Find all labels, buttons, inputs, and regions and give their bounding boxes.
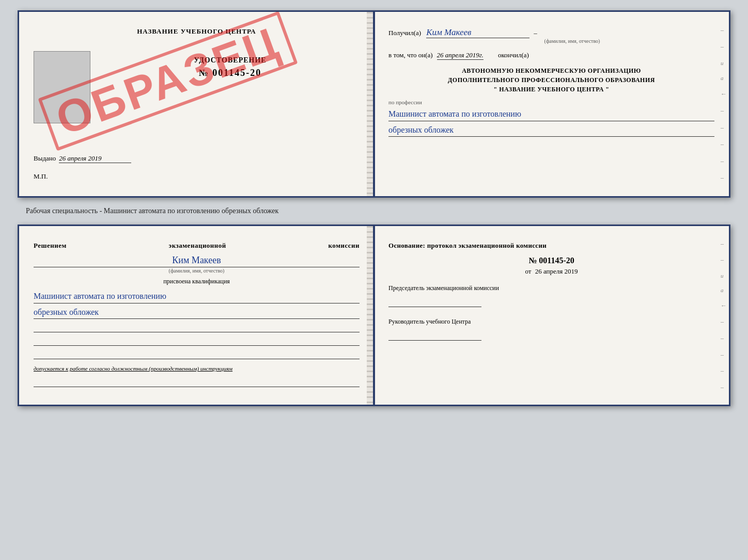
caption-text: Рабочая специальность - Машинист автомат… <box>10 207 278 215</box>
protocol-date: от 26 апреля 2019 <box>388 267 714 276</box>
document-2: Решением экзаменационной комиссии Ким Ма… <box>18 225 730 406</box>
profession-label: по профессии <box>388 99 714 105</box>
person-block: Ким Макеев (фамилия, имя, отчество) <box>34 255 360 274</box>
protocol-number: № 001145-20 <box>388 256 714 265</box>
org-line1: АВТОНОМНУЮ НЕКОММЕРЧЕСКУЮ ОРГАНИЗАЦИЮ <box>388 66 714 75</box>
blank-line-1 <box>34 321 360 332</box>
right-side-dashes: – – и а ← – – – – – <box>721 12 727 196</box>
doc2-left-page: Решением экзаменационной комиссии Ким Ма… <box>19 226 374 405</box>
qual-line2: обрезных обложек <box>34 306 360 319</box>
blank-line-2 <box>34 334 360 346</box>
cert-title: УДОСТОВЕРЕНИЕ <box>101 56 360 65</box>
org-line3: " НАЗВАНИЕ УЧЕБНОГО ЦЕНТРА " <box>388 85 714 94</box>
school-name-left: НАЗВАНИЕ УЧЕБНОГО ЦЕНТРА <box>34 27 360 36</box>
basis-label: Основание: протокол экзаменационной коми… <box>388 242 714 250</box>
chairman-block: Председатель экзаменационной комиссии <box>388 284 714 307</box>
finished-label: окончил(а) <box>498 51 529 59</box>
blank-line-4 <box>34 376 360 387</box>
person-sublabel: (фамилия, имя, отчество) <box>34 267 360 274</box>
profession-line2: обрезных обложек <box>388 123 714 137</box>
date-section: в том, что он(а) 26 апреля 2019г. окончи… <box>388 51 714 60</box>
blank-line-3 <box>34 348 360 359</box>
org-info: АВТОНОМНУЮ НЕКОММЕРЧЕСКУЮ ОРГАНИЗАЦИЮ ДО… <box>388 66 714 94</box>
decision-label: Решением экзаменационной комиссии <box>34 242 360 250</box>
received-name: Ким Макеев <box>426 27 529 38</box>
photo-placeholder <box>34 51 90 123</box>
issued-label: Выдано <box>34 154 56 163</box>
protocol-date-value: 26 апреля 2019 <box>535 267 578 275</box>
profession-line1: Машинист автомата по изготовлению <box>388 107 714 121</box>
admission-section: допускается к работе согласно должностны… <box>34 365 360 372</box>
admission-italic: работе согласно должностным (производств… <box>70 365 232 372</box>
chairman-signature-line <box>388 296 481 307</box>
doc2-right-page: Основание: протокол экзаменационной коми… <box>374 226 729 405</box>
cert-number: № 001145-20 <box>101 68 360 78</box>
binding-decoration <box>367 12 374 196</box>
issued-date: 26 апреля 2019 <box>59 154 131 163</box>
binding-decoration-2 <box>367 226 374 405</box>
mp-label: М.П. <box>34 172 360 181</box>
qualification-block: Машинист автомата по изготовлению обрезн… <box>34 290 360 319</box>
issued-line: Выдано 26 апреля 2019 <box>34 154 360 163</box>
qual-line1: Машинист автомата по изготовлению <box>34 290 360 303</box>
org-line2: ДОПОЛНИТЕЛЬНОГО ПРОФЕССИОНАЛЬНОГО ОБРАЗО… <box>388 75 714 85</box>
received-section: Получил(а) Ким Макеев – (фамилия, имя, о… <box>388 27 714 44</box>
director-block: Руководитель учебного Центра <box>388 317 714 341</box>
document-1: НАЗВАНИЕ УЧЕБНОГО ЦЕНТРА УДОСТОВЕРЕНИЕ №… <box>18 10 730 198</box>
assigned-label: присвоена квалификация <box>34 278 360 285</box>
doc1-right-page: Получил(а) Ким Макеев – (фамилия, имя, о… <box>374 12 729 196</box>
received-label: Получил(а) <box>388 29 421 37</box>
name-sublabel: (фамилия, имя, отчество) <box>430 38 714 44</box>
chairman-label: Председатель экзаменационной комиссии <box>388 284 714 293</box>
director-signature-line <box>388 329 481 341</box>
body-text: в том, что он(а) <box>388 51 433 59</box>
admission-text: допускается к <box>34 365 68 372</box>
doc1-left-page: НАЗВАНИЕ УЧЕБНОГО ЦЕНТРА УДОСТОВЕРЕНИЕ №… <box>19 12 374 196</box>
director-label: Руководитель учебного Центра <box>388 317 714 326</box>
protocol-date-prefix: от <box>525 267 531 275</box>
right-side-dashes-2: – – и а ← – – – – – <box>721 226 727 405</box>
person-name: Ким Макеев <box>34 255 360 266</box>
date-value: 26 апреля 2019г. <box>437 51 484 60</box>
